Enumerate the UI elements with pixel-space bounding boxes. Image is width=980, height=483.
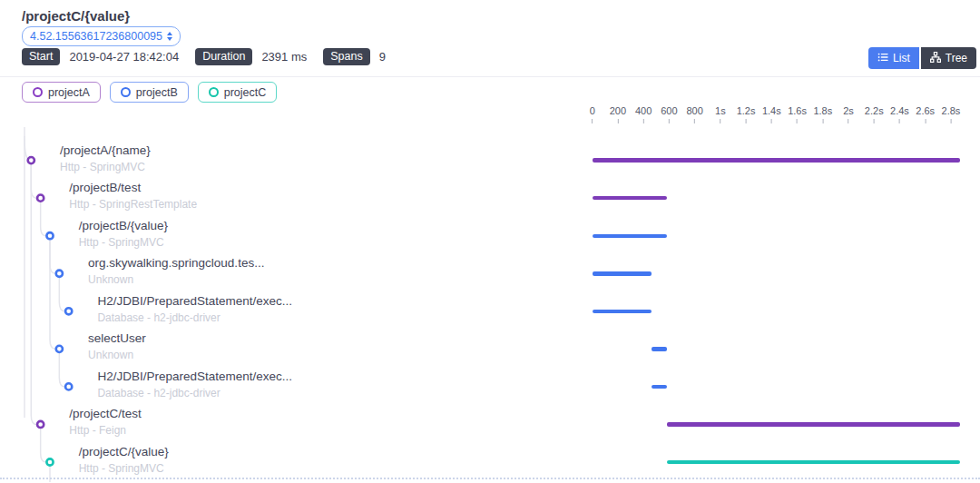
axis-tick: 1s bbox=[715, 105, 726, 123]
axis-tick: 2s bbox=[843, 105, 854, 123]
span-row-7[interactable]: /projectC/testHttp - Feign bbox=[69, 406, 142, 438]
span-duration-bar-3[interactable] bbox=[593, 271, 652, 276]
header-divider bbox=[0, 76, 980, 77]
span-node-dot-0[interactable] bbox=[28, 157, 34, 163]
span-row-2[interactable]: /projectB/{value}Http - SpringMVC bbox=[79, 218, 168, 250]
axis-tick-label: 1.6s bbox=[788, 105, 807, 116]
axis-tick-mark bbox=[617, 119, 618, 123]
span-node-dot-7[interactable] bbox=[37, 421, 44, 428]
axis-tick: 800 bbox=[686, 105, 702, 123]
view-toggle-group: ListTree bbox=[868, 47, 976, 69]
tree-button[interactable]: Tree bbox=[921, 47, 976, 69]
tree-icon bbox=[930, 52, 941, 65]
axis-tick-label: 200 bbox=[610, 105, 626, 116]
span-node-dot-8[interactable] bbox=[46, 458, 53, 465]
span-duration-bar-8[interactable] bbox=[667, 460, 960, 465]
span-duration-bar-4[interactable] bbox=[593, 310, 652, 314]
legend-button-projectC[interactable]: projectC bbox=[198, 82, 278, 103]
trace-id-select-value: 4.52.15563617236800095 bbox=[30, 30, 162, 43]
legend-button-projectB[interactable]: projectB bbox=[110, 82, 189, 103]
legend-button-projectA[interactable]: projectA bbox=[22, 82, 101, 103]
span-subtitle: Http - SpringRestTemplate bbox=[69, 198, 197, 212]
axis-tick-label: 2.4s bbox=[890, 105, 909, 116]
tree-connector bbox=[59, 273, 68, 311]
span-title: H2/JDBI/PreparedStatement/exec... bbox=[97, 369, 292, 384]
span-row-5[interactable]: selectUserUnknown bbox=[88, 330, 146, 362]
span-row-0[interactable]: /projectA/{name}Http - SpringMVC bbox=[60, 143, 151, 174]
span-node-dot-5[interactable] bbox=[56, 346, 63, 352]
axis-tick: 2.4s bbox=[890, 105, 909, 123]
axis-tick-mark bbox=[694, 119, 695, 123]
span-row-3[interactable]: org.skywalking.springcloud.tes...Unknown bbox=[88, 255, 264, 287]
service-ring-icon bbox=[33, 87, 43, 97]
tree-connector bbox=[59, 349, 68, 387]
axis-tick-mark bbox=[592, 119, 593, 123]
span-title: /projectB/{value} bbox=[79, 218, 168, 233]
span-duration-bar-2[interactable] bbox=[593, 234, 667, 239]
span-subtitle: Http - SpringMVC bbox=[79, 462, 169, 476]
axis-tick-label: 1.8s bbox=[813, 105, 832, 116]
axis-tick: 600 bbox=[661, 105, 677, 123]
span-node-dot-1[interactable] bbox=[37, 195, 44, 202]
span-title: org.skywalking.springcloud.tes... bbox=[88, 255, 264, 271]
axis-tick-label: 2.6s bbox=[916, 105, 935, 116]
axis-tick: 200 bbox=[610, 105, 626, 123]
axis-tick-mark bbox=[746, 119, 747, 123]
axis-tick-mark bbox=[720, 119, 720, 123]
axis-tick-mark bbox=[771, 119, 772, 123]
axis-tick: 1.8s bbox=[813, 105, 832, 123]
axis-tick-label: 1.2s bbox=[737, 105, 756, 116]
bottom-divider bbox=[0, 478, 980, 479]
axis-tick: 2.6s bbox=[916, 105, 935, 123]
trace-id-select[interactable]: 4.52.15563617236800095 bbox=[22, 26, 181, 46]
axis-tick-mark bbox=[925, 119, 926, 123]
span-subtitle: Http - SpringMVC bbox=[60, 161, 151, 174]
tree-connector bbox=[50, 236, 59, 350]
axis-tick-mark bbox=[874, 119, 875, 123]
trace-meta-row: Start2019-04-27 18:42:04Duration2391 msS… bbox=[22, 48, 393, 65]
axis-tick: 0 bbox=[590, 105, 595, 123]
axis-tick: 2.2s bbox=[865, 105, 884, 123]
span-subtitle: Http - SpringMVC bbox=[79, 236, 168, 250]
axis-tick-mark bbox=[822, 119, 823, 123]
span-node-dot-4[interactable] bbox=[65, 308, 72, 314]
axis-tick: 400 bbox=[635, 105, 652, 123]
axis-tick-label: 400 bbox=[635, 105, 652, 116]
span-duration-bar-5[interactable] bbox=[652, 347, 667, 351]
tree-connector bbox=[31, 161, 40, 199]
meta-badge-duration: Duration bbox=[195, 48, 252, 65]
span-row-4[interactable]: H2/JDBI/PreparedStatement/exec...Databas… bbox=[97, 293, 292, 325]
span-subtitle: Http - Feign bbox=[69, 424, 142, 438]
span-duration-bar-1[interactable] bbox=[593, 196, 667, 201]
span-title: /projectB/test bbox=[69, 180, 197, 195]
meta-value-spans: 9 bbox=[379, 50, 386, 64]
service-ring-icon bbox=[209, 87, 219, 97]
axis-tick-mark bbox=[797, 119, 798, 123]
axis-tick-mark bbox=[848, 119, 849, 123]
meta-badge-spans: Spans bbox=[323, 48, 369, 65]
span-row-1[interactable]: /projectB/testHttp - SpringRestTemplate bbox=[69, 180, 197, 212]
meta-badge-start: Start bbox=[22, 48, 60, 65]
chevron-updown-icon bbox=[167, 32, 172, 41]
axis-tick-mark bbox=[669, 119, 670, 123]
span-node-dot-3[interactable] bbox=[56, 271, 63, 277]
legend-label: projectB bbox=[136, 86, 178, 99]
span-node-dot-6[interactable] bbox=[65, 383, 72, 389]
meta-value-start: 2019-04-27 18:42:04 bbox=[69, 50, 179, 64]
axis-tick: 1.4s bbox=[762, 105, 781, 123]
axis-tick-label: 1s bbox=[715, 105, 726, 116]
tree-connector bbox=[41, 198, 50, 236]
span-subtitle: Unknown bbox=[88, 273, 264, 287]
span-title: /projectA/{name} bbox=[60, 143, 151, 158]
span-title: selectUser bbox=[88, 330, 146, 346]
list-button[interactable]: List bbox=[868, 47, 919, 69]
span-duration-bar-7[interactable] bbox=[667, 422, 961, 427]
span-node-dot-2[interactable] bbox=[46, 232, 53, 239]
span-row-8[interactable]: /projectC/{value}Http - SpringMVC bbox=[79, 444, 169, 476]
span-subtitle: Database - h2-jdbc-driver bbox=[97, 311, 292, 325]
axis-tick-mark bbox=[899, 119, 900, 123]
span-duration-bar-6[interactable] bbox=[652, 385, 667, 389]
tree-connector bbox=[50, 236, 59, 274]
span-row-6[interactable]: H2/JDBI/PreparedStatement/exec...Databas… bbox=[97, 369, 292, 400]
span-duration-bar-0[interactable] bbox=[593, 158, 960, 163]
